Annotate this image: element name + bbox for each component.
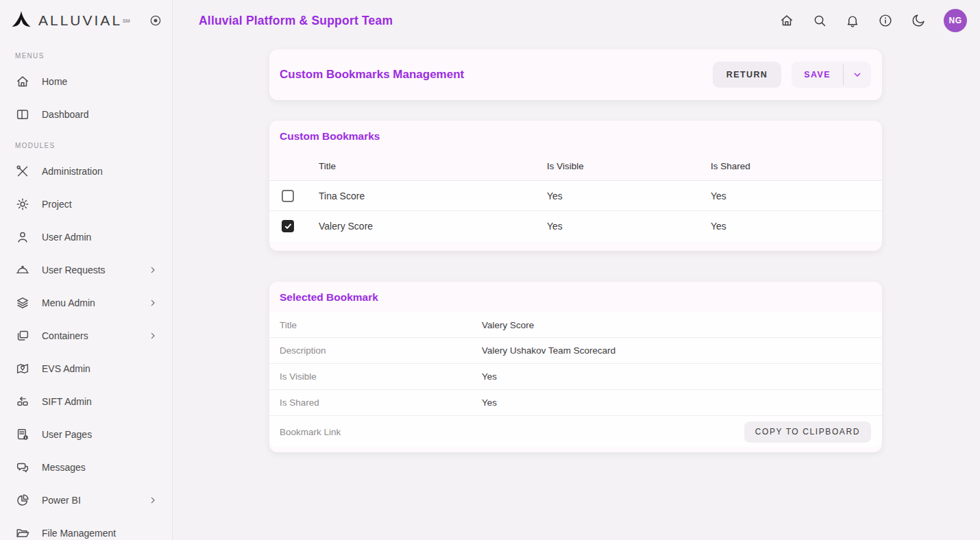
table-row[interactable]: Valery Score Yes Yes xyxy=(269,211,882,241)
detail-label: Is Visible xyxy=(269,371,482,382)
cell-is-visible: Yes xyxy=(547,221,711,232)
detail-value: Valery Ushakov Team Scorecard xyxy=(482,345,882,356)
cell-is-shared: Yes xyxy=(711,191,882,201)
app-window: ALLUVIALSM MENUS Home Dashboard MODULES … xyxy=(0,0,980,540)
info-icon[interactable] xyxy=(878,13,893,28)
chevron-right-icon xyxy=(147,495,158,506)
sidebar-section-modules: MODULES Administration Project User Admi… xyxy=(0,131,172,540)
section-label: MENUS xyxy=(0,41,172,65)
windows-icon xyxy=(15,328,30,343)
cell-title: Valery Score xyxy=(319,221,547,232)
sidebar-item-label: Menu Admin xyxy=(42,297,95,308)
sidebar-item-project[interactable]: Project xyxy=(0,188,172,221)
detail-rows: Title Valery Score Description Valery Us… xyxy=(269,312,882,447)
topbar-actions: NG xyxy=(779,9,967,32)
detail-row-bookmark-link: Bookmark Link COPY TO CLIPBOARD xyxy=(269,416,882,447)
cell-title: Tina Score xyxy=(319,191,547,201)
brand-trademark: SM xyxy=(123,19,130,23)
sidebar-item-dashboard[interactable]: Dashboard xyxy=(0,98,172,131)
chevron-down-icon xyxy=(852,69,863,80)
row-checkbox[interactable] xyxy=(282,190,294,202)
sidebar-item-label: SIFT Admin xyxy=(42,396,92,407)
detail-value: Valery Score xyxy=(482,320,882,330)
chevron-right-icon xyxy=(147,297,158,308)
sidebar-item-label: Power BI xyxy=(42,495,81,506)
chat-bubbles-icon xyxy=(15,460,30,475)
sidebar-item-label: Containers xyxy=(42,330,88,341)
title-actions: RETURN SAVE xyxy=(713,62,871,88)
sidebar-item-user-requests[interactable]: User Requests xyxy=(0,254,172,286)
folder-icon xyxy=(15,526,30,540)
document-info-icon xyxy=(15,427,30,442)
selected-bookmark-card: Selected Bookmark Title Valery Score Des… xyxy=(269,282,882,452)
column-header-is-visible: Is Visible xyxy=(547,161,711,171)
brand-logo: ALLUVIALSM xyxy=(0,0,172,41)
table-header-row: Title Is Visible Is Shared xyxy=(269,152,882,181)
main-content: Custom Bookmarks Management RETURN SAVE … xyxy=(173,41,980,540)
dashboard-icon xyxy=(15,107,30,122)
brand-name: ALLUVIAL xyxy=(38,12,122,29)
section-label: MODULES xyxy=(0,131,172,155)
sidebar-item-sift-admin[interactable]: SIFT Admin xyxy=(0,385,172,418)
checkbox-cell xyxy=(269,190,319,202)
cell-is-visible: Yes xyxy=(547,191,711,201)
save-button-group: SAVE xyxy=(792,62,871,88)
bell-icon[interactable] xyxy=(845,13,860,28)
sidebar-item-messages[interactable]: Messages xyxy=(0,451,172,484)
sidebar-item-user-pages[interactable]: User Pages xyxy=(0,418,172,451)
copy-to-clipboard-button[interactable]: COPY TO CLIPBOARD xyxy=(744,421,871,443)
detail-label: Bookmark Link xyxy=(269,427,482,437)
user-avatar[interactable]: NG xyxy=(944,9,967,32)
table-row[interactable]: Tina Score Yes Yes xyxy=(269,181,882,211)
gear-icon xyxy=(15,197,30,212)
top-bar: Alluvial Platform & Support Team NG xyxy=(173,0,980,41)
pie-chart-icon xyxy=(15,493,30,508)
custom-bookmarks-card: Custom Bookmarks Title Is Visible Is Sha… xyxy=(269,121,882,251)
flow-icon xyxy=(15,394,30,409)
home-icon xyxy=(15,74,30,89)
sidebar-item-power-bi[interactable]: Power BI xyxy=(0,484,172,517)
bookmarks-management-card: Custom Bookmarks Management RETURN SAVE xyxy=(269,49,882,100)
sidebar-item-evs-admin[interactable]: EVS Admin xyxy=(0,352,172,385)
return-button[interactable]: RETURN xyxy=(713,62,781,88)
search-icon[interactable] xyxy=(812,13,827,28)
home-icon[interactable] xyxy=(779,13,794,28)
map-pin-icon xyxy=(15,361,30,376)
save-button[interactable]: SAVE xyxy=(792,62,843,88)
row-checkbox[interactable] xyxy=(282,220,294,232)
column-header-title: Title xyxy=(319,161,547,171)
detail-row-is-shared: Is Shared Yes xyxy=(269,390,882,416)
sidebar-item-menu-admin[interactable]: Menu Admin xyxy=(0,286,172,319)
sidebar-item-label: File Management xyxy=(42,528,116,539)
sidebar-item-label: Dashboard xyxy=(42,109,89,120)
sidebar-toggle-icon[interactable] xyxy=(149,14,162,27)
column-header-is-shared: Is Shared xyxy=(711,161,882,171)
detail-label: Description xyxy=(269,345,482,356)
detail-value: Yes xyxy=(482,397,882,408)
detail-row-is-visible: Is Visible Yes xyxy=(269,364,882,390)
custom-bookmarks-title: Custom Bookmarks xyxy=(269,130,882,143)
sidebar-section-menus: MENUS Home Dashboard xyxy=(0,41,172,131)
sidebar-item-user-admin[interactable]: User Admin xyxy=(0,221,172,254)
page-heading: Custom Bookmarks Management xyxy=(280,68,464,82)
sidebar-item-containers[interactable]: Containers xyxy=(0,319,172,352)
sidebar-item-label: EVS Admin xyxy=(42,363,90,374)
detail-label: Is Shared xyxy=(269,397,482,408)
sidebar-item-label: User Admin xyxy=(42,232,91,243)
sidebar-item-label: Administration xyxy=(42,166,103,177)
workspace-title: Alluvial Platform & Support Team xyxy=(199,14,393,28)
sidebar: ALLUVIALSM MENUS Home Dashboard MODULES … xyxy=(0,0,173,540)
sidebar-item-label: User Pages xyxy=(42,429,92,440)
sidebar-item-file-management[interactable]: File Management xyxy=(0,517,172,540)
sidebar-item-home[interactable]: Home xyxy=(0,65,172,98)
sidebar-item-label: Messages xyxy=(42,462,86,473)
chevron-right-icon xyxy=(147,265,158,275)
dark-mode-moon-icon[interactable] xyxy=(911,13,926,28)
tools-icon xyxy=(15,164,30,179)
sidebar-item-administration[interactable]: Administration xyxy=(0,155,172,188)
layers-icon xyxy=(15,295,30,310)
sidebar-item-label: Project xyxy=(42,199,72,210)
check-icon xyxy=(284,222,293,231)
save-dropdown-button[interactable] xyxy=(844,62,871,88)
chevron-right-icon xyxy=(147,330,158,341)
